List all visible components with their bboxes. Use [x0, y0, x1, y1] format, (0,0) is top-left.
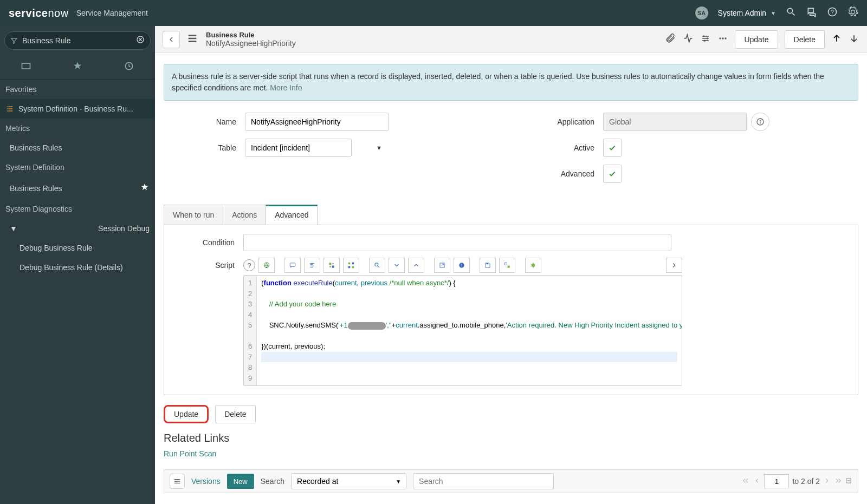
chat-icon[interactable]	[806, 6, 817, 19]
pager-last-icon[interactable]	[834, 477, 842, 486]
script-help-icon[interactable]: ?	[243, 259, 255, 271]
list-menu-icon[interactable]	[170, 474, 185, 489]
code-body[interactable]: (function executeRule(current, previous …	[257, 276, 682, 385]
attachment-icon[interactable]	[665, 33, 676, 46]
nav-item-business-rules-2[interactable]: Business Rules	[0, 177, 155, 199]
field-table[interactable]	[245, 139, 352, 157]
nav-favorites-icon[interactable]	[72, 61, 83, 74]
field-name[interactable]	[245, 113, 389, 131]
svg-rect-3	[22, 63, 30, 69]
svg-rect-16	[329, 263, 331, 265]
label-table: Table	[164, 143, 245, 152]
more-actions-icon[interactable]	[717, 33, 728, 46]
svg-point-10	[725, 37, 727, 39]
nav-section-sysdef[interactable]: System Definition	[0, 158, 155, 177]
label-name: Name	[164, 117, 245, 126]
search-icon[interactable]	[786, 6, 797, 19]
user-name[interactable]: System Admin	[718, 9, 766, 17]
script-down-icon[interactable]	[389, 258, 405, 273]
nav-history-icon[interactable]	[124, 61, 134, 74]
nav-item-debug-br-details[interactable]: Debug Business Rule (Details)	[0, 258, 155, 277]
nav-section-metrics[interactable]: Metrics	[0, 119, 155, 138]
record-name: NotifyAssigneeHighPriority	[206, 39, 296, 48]
svg-rect-19	[352, 263, 354, 265]
clear-filter-icon[interactable]	[136, 35, 145, 46]
script-replace-all-icon[interactable]	[343, 258, 359, 273]
svg-rect-21	[352, 266, 354, 269]
header-update-button[interactable]: Update	[735, 30, 778, 49]
script-up-icon[interactable]	[408, 258, 424, 273]
favorite-star-icon[interactable]	[140, 182, 150, 194]
update-button[interactable]: Update	[164, 405, 209, 423]
svg-rect-15	[290, 263, 295, 266]
related-links: Related Links Run Point Scan	[164, 432, 858, 459]
app-info-icon[interactable]	[751, 113, 769, 131]
info-banner: A business rule is a server-side script …	[164, 64, 858, 101]
label-condition: Condition	[173, 238, 243, 247]
more-info-link[interactable]: More Info	[270, 83, 302, 92]
user-avatar[interactable]: SA	[695, 6, 708, 19]
next-record-icon[interactable]	[849, 33, 859, 46]
svg-point-22	[375, 263, 378, 266]
run-point-scan-link[interactable]: Run Point Scan	[164, 449, 216, 458]
help-icon[interactable]: ?	[827, 6, 838, 19]
label-application: Application	[522, 117, 603, 126]
svg-point-6	[707, 37, 708, 39]
user-menu-caret-icon[interactable]: ▼	[771, 10, 776, 16]
delete-button[interactable]: Delete	[215, 405, 255, 423]
new-version-button[interactable]: New	[227, 474, 254, 489]
pager-prev-icon[interactable]	[753, 477, 761, 486]
script-search-icon[interactable]	[369, 258, 385, 273]
script-globe-icon[interactable]	[258, 258, 275, 273]
nav-section-sysdiag[interactable]: System Diagnostics	[0, 199, 155, 219]
script-popout-icon[interactable]	[434, 258, 450, 273]
nav-all-icon[interactable]	[21, 61, 31, 74]
script-expand-icon[interactable]	[666, 258, 682, 273]
script-replace-icon[interactable]	[323, 258, 340, 273]
pager-range: to 2 of 2	[792, 477, 820, 486]
chevron-down-icon: ▼	[376, 145, 382, 151]
back-button[interactable]	[163, 31, 180, 48]
list-search-input[interactable]	[413, 473, 554, 489]
nav-filter[interactable]: Business Rule	[4, 31, 151, 50]
record-type: Business Rule	[206, 31, 296, 39]
activity-icon[interactable]	[683, 33, 694, 46]
script-info-icon[interactable]: i	[454, 258, 470, 273]
search-field-select[interactable]	[291, 473, 406, 489]
svg-point-8	[720, 37, 721, 39]
nav-item-session-debug[interactable]: ▼Session Debug	[0, 219, 155, 238]
nav-recent-item[interactable]: System Definition - Business Ru...	[0, 99, 155, 119]
script-comment-icon[interactable]	[284, 258, 301, 273]
field-application	[603, 113, 747, 131]
checkbox-active[interactable]	[603, 139, 622, 157]
page-header: Business Rule NotifyAssigneeHighPriority…	[155, 26, 867, 53]
personalize-icon[interactable]	[700, 33, 711, 46]
pager-first-icon[interactable]	[742, 477, 750, 486]
svg-rect-13	[760, 121, 760, 123]
pager-next-icon[interactable]	[823, 477, 831, 486]
script-debug-icon[interactable]	[525, 258, 541, 273]
pager-current-page[interactable]	[764, 474, 789, 488]
tab-when-to-run[interactable]: When to run	[164, 205, 223, 225]
prev-record-icon[interactable]	[831, 33, 842, 46]
nav-item-debug-br[interactable]: Debug Business Rule	[0, 238, 155, 258]
script-editor[interactable]: 123456789 (function executeRule(current,…	[243, 275, 682, 386]
svg-rect-20	[348, 266, 351, 269]
versions-label[interactable]: Versions	[191, 477, 221, 486]
pager-collapse-icon[interactable]	[845, 477, 852, 486]
settings-gear-icon[interactable]	[847, 6, 858, 19]
svg-point-7	[704, 40, 706, 41]
header-delete-button[interactable]: Delete	[785, 30, 825, 49]
checkbox-advanced[interactable]	[603, 165, 622, 183]
script-format-icon[interactable]	[304, 258, 320, 273]
tab-actions[interactable]: Actions	[223, 205, 266, 225]
field-condition[interactable]	[243, 234, 671, 251]
form-menu-icon[interactable]	[186, 32, 198, 47]
script-save-icon[interactable]	[480, 258, 496, 273]
svg-rect-28	[508, 266, 510, 268]
tab-advanced[interactable]: Advanced	[266, 205, 318, 225]
list-pager: to 2 of 2	[742, 474, 852, 488]
script-toggle-icon[interactable]	[499, 258, 515, 273]
svg-rect-27	[504, 263, 507, 265]
nav-item-business-rules-1[interactable]: Business Rules	[0, 138, 155, 158]
